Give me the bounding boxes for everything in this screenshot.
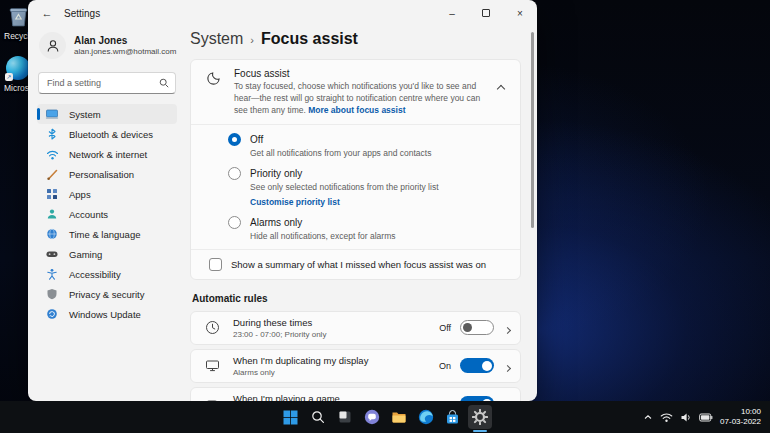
sidebar-item-label: Accounts	[69, 209, 108, 220]
sidebar-item-privacy-security[interactable]: Privacy & security	[37, 284, 177, 304]
sidebar-item-personalisation[interactable]: Personalisation	[37, 164, 177, 184]
customise-priority-list-link[interactable]: Customise priority list	[250, 197, 506, 207]
option-priority-row[interactable]: Priority only	[228, 167, 506, 180]
radio-priority-only[interactable]	[228, 167, 241, 180]
sidebar-item-bluetooth-devices[interactable]: Bluetooth & devices	[37, 124, 177, 144]
chat-icon	[364, 409, 380, 425]
breadcrumb: System › Focus assist	[190, 30, 521, 48]
edge-icon	[418, 409, 434, 425]
rule-toggle[interactable]	[460, 358, 494, 373]
sidebar-item-accounts[interactable]: Accounts	[37, 204, 177, 224]
breadcrumb-separator: ›	[250, 34, 254, 46]
toggle-state-label: On	[439, 361, 451, 371]
accessibility-icon	[45, 267, 59, 281]
sidebar-item-system[interactable]: System	[37, 104, 177, 124]
sidebar-item-label: Windows Update	[69, 309, 141, 320]
wifi-nav-icon	[45, 147, 59, 161]
rule-title: During these times	[233, 317, 439, 328]
edge-button[interactable]	[414, 405, 438, 429]
taskbar-search-button[interactable]	[306, 405, 330, 429]
option-label: Priority only	[250, 168, 302, 179]
focus-assist-header[interactable]: Focus assist To stay focused, choose whi…	[191, 60, 520, 124]
toggle-knob	[482, 361, 492, 371]
sidebar-item-network-internet[interactable]: Network & internet	[37, 144, 177, 164]
task-view-button[interactable]	[333, 405, 357, 429]
option-off: Off Get all notifications from your apps…	[228, 133, 506, 158]
collapse-expander-button[interactable]	[498, 78, 504, 96]
start-button[interactable]	[279, 405, 303, 429]
summary-checkbox-label: Show a summary of what I missed when foc…	[231, 259, 486, 270]
settings-window: ← Settings – × Alan Jones alan.jones.wm@…	[28, 0, 537, 401]
user-email: alan.jones.wm@hotmail.com	[74, 47, 176, 56]
clock-date: 07-03-2022	[720, 417, 761, 427]
titlebar: ← Settings – ×	[28, 0, 537, 26]
option-description: Hide all notifications, except for alarm…	[250, 231, 506, 241]
windows-update-icon	[45, 307, 59, 321]
bluetooth-icon	[45, 127, 59, 141]
chevron-up-icon	[497, 85, 505, 93]
focus-assist-title: Focus assist	[234, 68, 485, 79]
summary-checkbox-row[interactable]: Show a summary of what I missed when foc…	[191, 249, 520, 279]
breadcrumb-system[interactable]: System	[190, 30, 243, 48]
desktop-wallpaper: Recycle Bin ↗ Microsoft Edge ← Settings …	[0, 0, 770, 433]
gaming-controller-icon	[45, 247, 59, 261]
user-account-row[interactable]: Alan Jones alan.jones.wm@hotmail.com	[37, 30, 177, 59]
time-language-icon	[45, 227, 59, 241]
settings-gear-icon	[472, 409, 488, 425]
sidebar-item-gaming[interactable]: Gaming	[37, 244, 177, 264]
option-description: See only selected notifications from the…	[250, 182, 506, 192]
start-icon	[283, 410, 298, 425]
search-box	[38, 72, 176, 94]
paintbrush-icon	[45, 167, 59, 181]
volume-icon[interactable]	[680, 412, 692, 423]
scrollbar[interactable]	[531, 32, 534, 228]
close-button[interactable]: ×	[503, 0, 537, 26]
radio-off[interactable]	[228, 133, 241, 146]
wifi-icon[interactable]	[660, 412, 673, 423]
file-explorer-button[interactable]	[387, 405, 411, 429]
summary-checkbox[interactable]	[209, 258, 222, 271]
maximize-button[interactable]	[469, 0, 503, 26]
sidebar-item-accessibility[interactable]: Accessibility	[37, 264, 177, 284]
rule-playing-game[interactable]: When I'm playing a game Priority only On	[190, 387, 521, 401]
shortcut-arrow-icon: ↗	[5, 73, 13, 81]
page-title: Focus assist	[261, 30, 358, 48]
sidebar-item-apps[interactable]: Apps	[37, 184, 177, 204]
chat-button[interactable]	[360, 405, 384, 429]
main-content: System › Focus assist Focus assist To st…	[186, 26, 537, 401]
system-icon	[45, 107, 59, 121]
sidebar-item-windows-update[interactable]: Windows Update	[37, 304, 177, 324]
taskbar-clock[interactable]: 10:00 07-03-2022	[720, 407, 761, 428]
option-alarms-only: Alarms only Hide all notifications, exce…	[228, 216, 506, 241]
sidebar-item-label: Accessibility	[69, 269, 121, 280]
tray-chevron-up-icon[interactable]	[643, 413, 653, 421]
rule-title: When I'm playing a game	[233, 393, 439, 401]
focus-assist-card: Focus assist To stay focused, choose whi…	[190, 59, 521, 280]
clock-icon	[204, 320, 220, 336]
minimize-button[interactable]: –	[435, 0, 469, 26]
clock-time: 10:00	[720, 407, 761, 417]
search-input[interactable]	[38, 72, 176, 94]
chevron-right-icon	[505, 357, 510, 375]
task-view-icon	[338, 410, 352, 424]
chevron-right-icon	[505, 319, 510, 337]
option-alarms-row[interactable]: Alarms only	[228, 216, 506, 229]
radio-alarms-only[interactable]	[228, 216, 241, 229]
rule-toggle[interactable]	[460, 320, 494, 335]
more-about-focus-assist-link[interactable]: More about focus assist	[308, 105, 405, 115]
sidebar-item-time-language[interactable]: Time & language	[37, 224, 177, 244]
battery-icon[interactable]	[699, 413, 713, 422]
sidebar-item-label: Bluetooth & devices	[69, 129, 153, 140]
rule-duplicating-display[interactable]: When I'm duplicating my display Alarms o…	[190, 349, 521, 383]
sidebar-nav: System Bluetooth & devices Network & int…	[37, 104, 177, 324]
sidebar-item-label: Gaming	[69, 249, 102, 260]
back-button[interactable]: ←	[34, 2, 60, 24]
rule-subtitle: 23:00 - 07:00; Priority only	[233, 330, 439, 339]
rule-during-these-times[interactable]: During these times 23:00 - 07:00; Priori…	[190, 311, 521, 345]
person-icon	[45, 38, 61, 54]
option-off-row[interactable]: Off	[228, 133, 506, 146]
user-name: Alan Jones	[74, 35, 176, 46]
taskbar: 10:00 07-03-2022	[0, 401, 770, 433]
microsoft-store-button[interactable]	[441, 405, 465, 429]
settings-taskbar-button[interactable]	[468, 405, 492, 429]
